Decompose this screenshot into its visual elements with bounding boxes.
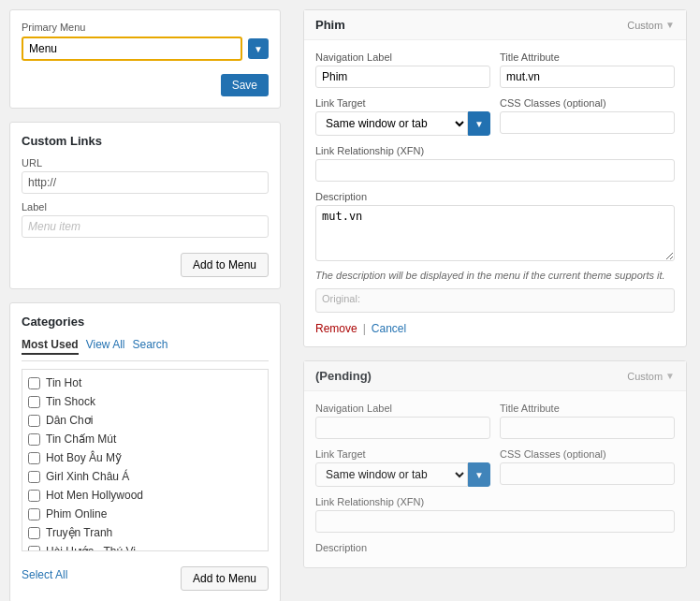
- pending-nav-input[interactable]: [315, 417, 490, 439]
- category-checkbox[interactable]: [28, 490, 40, 502]
- category-item-label: Hot Men Hollywood: [46, 489, 143, 502]
- pending-link-rel-input[interactable]: [315, 510, 675, 533]
- phim-link-target-arrow[interactable]: ▼: [468, 111, 490, 136]
- pending-link-target-arrow[interactable]: ▼: [468, 462, 490, 487]
- phim-description-note: The description will be displayed in the…: [315, 270, 675, 281]
- category-item-label: Truyện Tranh: [46, 526, 112, 539]
- phim-title: Phim: [315, 18, 345, 32]
- phim-description-label: Description: [315, 191, 675, 202]
- category-checkbox[interactable]: [28, 396, 40, 408]
- phim-box-body: Navigation Label Title Attribute Link Ta…: [304, 40, 686, 346]
- list-item: Hot Men Hollywood: [22, 486, 268, 505]
- category-item-label: Tin Hot: [46, 376, 81, 389]
- phim-custom-label: Custom ▼: [627, 20, 675, 31]
- phim-link-target-select[interactable]: Same window or tab New window or tab: [315, 111, 468, 136]
- pending-link-rel-group: Link Relationship (XFN): [315, 496, 675, 533]
- menu-select-arrow[interactable]: ▼: [248, 38, 269, 59]
- category-checkbox[interactable]: [28, 508, 40, 520]
- pending-box-body: Navigation Label Title Attribute Link Ta…: [304, 391, 686, 567]
- url-row: URL: [22, 157, 269, 194]
- categories-add-to-menu-button[interactable]: Add to Menu: [181, 566, 269, 591]
- phim-title-attr-label: Title Attribute: [500, 51, 675, 63]
- category-checkbox[interactable]: [28, 452, 40, 464]
- category-item-label: Girl Xinh Châu Á: [46, 470, 129, 483]
- category-checkbox[interactable]: [28, 415, 40, 427]
- pending-custom-label: Custom ▼: [627, 371, 675, 382]
- phim-remove-link[interactable]: Remove: [315, 322, 357, 335]
- label-input[interactable]: [22, 215, 269, 238]
- phim-box-header: Phim Custom ▼: [304, 10, 686, 40]
- label-row: Label: [22, 201, 269, 238]
- primary-menu-row: ▼: [22, 37, 269, 61]
- phim-link-target-wrap: Same window or tab New window or tab ▼: [315, 111, 490, 136]
- category-checkbox[interactable]: [28, 546, 40, 552]
- save-button[interactable]: Save: [221, 74, 269, 96]
- phim-item-box: Phim Custom ▼ Navigation Label Title Att…: [303, 9, 687, 347]
- phim-nav-title-row: Navigation Label Title Attribute: [315, 51, 675, 88]
- category-item-label: Tin Shock: [46, 395, 95, 408]
- category-item-label: Tin Chấm Mút: [46, 432, 116, 446]
- category-checkbox[interactable]: [28, 527, 40, 539]
- pending-nav-title-row: Navigation Label Title Attribute: [315, 403, 675, 439]
- list-item: Tin Shock: [22, 392, 268, 411]
- pending-box-header: (Pending) Custom ▼: [304, 361, 686, 391]
- menu-select-input[interactable]: [22, 37, 242, 61]
- list-item: Hài Hước - Thú Vị: [22, 542, 268, 551]
- category-checkbox[interactable]: [28, 377, 40, 389]
- phim-css-classes-input[interactable]: [500, 111, 675, 134]
- phim-description-textarea[interactable]: [315, 205, 675, 261]
- categories-section: Categories Most Used View All Search Tin…: [9, 302, 281, 601]
- category-item-label: Phim Online: [46, 507, 107, 520]
- pending-link-rel-label: Link Relationship (XFN): [315, 496, 675, 507]
- pending-title: (Pending): [315, 369, 372, 383]
- categories-tabs: Most Used View All Search: [22, 338, 269, 361]
- tab-view-all[interactable]: View All: [86, 338, 125, 355]
- phim-description-group: Description: [315, 191, 675, 264]
- categories-list: Tin HotTin ShockDân ChơiTin Chấm MútHot …: [22, 369, 269, 551]
- custom-add-to-menu-button[interactable]: Add to Menu: [181, 253, 269, 277]
- pending-description-label: Description: [315, 542, 675, 553]
- phim-cancel-link[interactable]: Cancel: [372, 322, 406, 335]
- tab-most-used[interactable]: Most Used: [22, 338, 79, 355]
- pending-link-target-select[interactable]: Same window or tab New window or tab: [315, 462, 468, 487]
- list-item: Phim Online: [22, 505, 268, 523]
- pending-title-attr-label: Title Attribute: [500, 403, 675, 414]
- phim-css-classes-group: CSS Classes (optional): [500, 97, 675, 136]
- categories-footer: Select All Add to Menu: [22, 559, 269, 591]
- right-panel: Phim Custom ▼ Navigation Label Title Att…: [290, 0, 700, 601]
- tab-search[interactable]: Search: [133, 338, 168, 355]
- category-item-label: Hot Boy Âu Mỹ: [46, 451, 122, 464]
- pending-description-group: Description: [315, 542, 675, 553]
- list-item: Truyện Tranh: [22, 523, 268, 542]
- category-item-label: Dân Chơi: [46, 414, 93, 427]
- pending-link-target-label: Link Target: [315, 448, 490, 460]
- pending-title-attr-input[interactable]: [500, 417, 675, 439]
- phim-link-rel-label: Link Relationship (XFN): [315, 145, 675, 156]
- phim-link-rel-input[interactable]: [315, 159, 675, 182]
- pending-css-classes-group: CSS Classes (optional): [500, 448, 675, 487]
- phim-nav-label-group: Navigation Label: [315, 51, 490, 88]
- phim-nav-input[interactable]: [315, 66, 490, 88]
- pending-item-box: (Pending) Custom ▼ Navigation Label Titl…: [303, 360, 687, 568]
- list-item: Girl Xinh Châu Á: [22, 467, 268, 486]
- pending-nav-label: Navigation Label: [315, 403, 490, 414]
- phim-action-links: Remove | Cancel: [315, 322, 675, 335]
- list-item: Tin Hot: [22, 374, 268, 392]
- category-checkbox[interactable]: [28, 433, 40, 446]
- list-item: Dân Chơi: [22, 411, 268, 430]
- phim-title-attr-input[interactable]: [500, 66, 675, 88]
- url-input[interactable]: [22, 171, 269, 194]
- label-label: Label: [22, 201, 269, 213]
- list-item: Hot Boy Âu Mỹ: [22, 448, 268, 467]
- pending-css-classes-input[interactable]: [500, 462, 675, 485]
- phim-nav-label: Navigation Label: [315, 51, 490, 63]
- category-item-label: Hài Hước - Thú Vị: [46, 545, 136, 551]
- categories-title: Categories: [22, 315, 269, 329]
- phim-link-target-label: Link Target: [315, 97, 490, 109]
- pending-nav-label-group: Navigation Label: [315, 403, 490, 439]
- custom-links-section: Custom Links URL Label Add to Menu: [9, 122, 281, 289]
- primary-menu-section: Primary Menu ▼ Save: [9, 9, 281, 109]
- left-panel: Primary Menu ▼ Save Custom Links URL Lab…: [0, 0, 290, 601]
- category-checkbox[interactable]: [28, 471, 40, 483]
- select-all-link[interactable]: Select All: [22, 568, 67, 581]
